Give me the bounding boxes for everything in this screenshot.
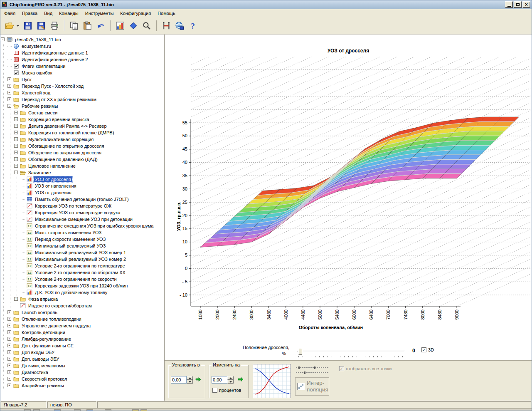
tree-item-50[interactable]: +Диагностика	[0, 369, 164, 376]
tree-toggle-expand[interactable]: +	[7, 97, 11, 101]
tree-item-14[interactable]: +Коррекция по топливной пленке (ДМРВ)	[0, 129, 164, 136]
tree-toggle-expand[interactable]: +	[7, 364, 11, 367]
checkbox-show-all-points[interactable]: ✓ отображать все точки	[339, 366, 392, 371]
slider-thumb[interactable]	[298, 348, 302, 355]
checkbox-3d[interactable]: ✓ 3D	[421, 347, 434, 352]
tree-item-43[interactable]: +Управление давлением наддува	[0, 322, 164, 329]
tree-item-5[interactable]: Маска ошибок	[0, 69, 164, 76]
compare-button[interactable]	[127, 20, 140, 32]
tree-toggle-expand[interactable]: +	[14, 157, 18, 161]
tree-item-31[interactable]: 12Минимальный реализуемый УОЗ	[0, 243, 164, 249]
slider-groove[interactable]	[298, 351, 405, 352]
tree-toggle-expand[interactable]: +	[14, 117, 18, 121]
restore-button[interactable]	[514, 1, 522, 8]
menu-item-tools[interactable]: Инструменты	[82, 10, 117, 17]
apply-change-button[interactable]	[236, 376, 245, 384]
tree-item-9[interactable]: +Переход от ХХ к рабочим режимам	[0, 96, 164, 103]
tree-item-34[interactable]: 12Условие 2-го ограничения по температур…	[0, 262, 164, 269]
tree-item-23[interactable]: УОЗ от давления	[0, 189, 164, 196]
chart-area[interactable]: УОЗ от дросселя УОЗ, гр.п.к.в. Обороты к…	[165, 35, 532, 344]
tree-item-13[interactable]: +Дельта давлений Рампа <-> Ресивер	[0, 123, 164, 129]
change-value-input[interactable]	[212, 376, 227, 384]
set-value-spinner[interactable]	[187, 376, 193, 384]
change-value-spinner[interactable]	[227, 376, 234, 384]
tree-item-35[interactable]: 12Условие 2-го ограничения по оборотам Х…	[0, 269, 164, 276]
apply-set-button[interactable]	[194, 376, 202, 384]
tree-item-46[interactable]: +Доп. функции лампы CE	[0, 342, 164, 349]
spin-down-icon[interactable]	[187, 380, 193, 384]
spin-up-icon[interactable]	[227, 376, 234, 380]
tree-item-25[interactable]: Коррекция УОЗ по температуре ОЖ	[0, 203, 164, 209]
tree-item-3[interactable]: Идентификационные данные 2	[0, 56, 164, 63]
menu-item-help[interactable]: Помощь	[154, 10, 179, 17]
tree-toggle-expand[interactable]: +	[14, 151, 18, 154]
tree-toggle-expand[interactable]: +	[7, 330, 11, 334]
tree-item-28[interactable]: 12Ограничение смещения УОЗ при ошибках у…	[0, 223, 164, 229]
undo-button[interactable]	[94, 20, 107, 32]
open-button[interactable]	[3, 20, 16, 32]
tree-item-39[interactable]: +Фаза впрыска	[0, 296, 164, 302]
tree-item-47[interactable]: +Доп входы ЭБУ	[0, 349, 164, 356]
open-dropdown-button[interactable]	[15, 20, 21, 32]
help-button[interactable]: ?	[187, 20, 199, 32]
tree-toggle-expand[interactable]: +	[14, 144, 18, 148]
tree-item-2[interactable]: Идентификационные данные 1	[0, 50, 164, 56]
tree-toggle-expand[interactable]: +	[7, 384, 11, 387]
menu-item-edit[interactable]: Правка	[19, 10, 41, 17]
tree-item-45[interactable]: +Лямбда-регулирование	[0, 336, 164, 342]
tree-toggle-expand[interactable]: +	[7, 344, 11, 347]
tree-item-20[interactable]: -Зажигание	[0, 169, 164, 176]
tree-item-1[interactable]: ecusystems.ru	[0, 43, 164, 50]
tree-toggle-expand[interactable]: +	[7, 377, 11, 381]
checkbox-show-all-box[interactable]: ✓	[339, 366, 344, 371]
tree-toggle-expand[interactable]: +	[7, 337, 11, 341]
find-button[interactable]	[140, 20, 153, 32]
save-button[interactable]	[22, 20, 34, 32]
tree-toggle-collapse[interactable]: -	[7, 104, 11, 108]
tree-item-40[interactable]: Индекс по скорости/оборотам	[0, 302, 164, 309]
tree-item-42[interactable]: +Отключение топливоподачи	[0, 316, 164, 322]
adjust-button[interactable]	[160, 20, 172, 32]
checkbox-3d-box[interactable]: ✓	[421, 347, 426, 352]
tree-item-36[interactable]: 12Условие 2-го ограничения по скорости	[0, 276, 164, 282]
tree-item-10[interactable]: -Рабочие режимы	[0, 103, 164, 109]
tree-item-19[interactable]: +Цикловое наполнение	[0, 163, 164, 169]
spin-down-icon[interactable]	[227, 380, 234, 384]
tree-item-6[interactable]: +Пуск	[0, 76, 164, 83]
checkbox-percent-box[interactable]	[212, 388, 217, 393]
tree-item-41[interactable]: +Launch-контроль	[0, 309, 164, 316]
tree-toggle-expand[interactable]: +	[14, 131, 18, 134]
tree-item-0[interactable]: -j7esa075_1536_11.bin	[0, 36, 164, 43]
tree-item-27[interactable]: Максимальное смещение УОЗ при детонации	[0, 216, 164, 223]
tree-toggle-expand[interactable]: +	[14, 111, 18, 114]
checkbox-percent[interactable]: процентов	[212, 388, 241, 393]
tree-item-24[interactable]: Память обучения детонации (только J7OLT)	[0, 196, 164, 203]
tree-toggle-collapse[interactable]: -	[1, 37, 5, 41]
view-map-button[interactable]	[114, 20, 126, 32]
tree-item-52[interactable]: +Аварийные режимы	[0, 382, 164, 389]
tree-item-38[interactable]: Д.К. УОЗ по добавочному топливу	[0, 289, 164, 296]
tree-toggle-expand[interactable]: +	[7, 370, 11, 374]
tree-item-7[interactable]: +Переход Пуск - Холостой ход	[0, 83, 164, 89]
tree-item-33[interactable]: 12Максимальный реализуемый УОЗ номер 2	[0, 256, 164, 262]
tree-toggle-expand[interactable]: +	[7, 77, 11, 81]
tree-item-29[interactable]: 12Макс. скорость изменения УОЗ	[0, 229, 164, 236]
set-value-input[interactable]	[171, 376, 187, 384]
menu-item-view[interactable]: Вид	[41, 10, 56, 17]
tree-item-17[interactable]: +Обеднение по закрытию дросселя	[0, 149, 164, 156]
tree-item-12[interactable]: +Коррекция времени впрыска	[0, 116, 164, 123]
tree-toggle-collapse[interactable]: -	[14, 171, 18, 174]
tree-item-22[interactable]: УОЗ от наполнения	[0, 183, 164, 189]
menu-item-file[interactable]: Файл	[1, 10, 19, 17]
tree-item-44[interactable]: +Контроль детонации	[0, 329, 164, 336]
print-button[interactable]	[48, 20, 61, 32]
online-button[interactable]	[173, 20, 186, 32]
tree-item-32[interactable]: 12Максимальный реализуемый УОЗ номер 1	[0, 249, 164, 256]
tree-item-15[interactable]: +Мультипликативная коррекция	[0, 136, 164, 143]
tree-item-8[interactable]: +Холостой ход	[0, 89, 164, 96]
tree-toggle-expand[interactable]: +	[7, 317, 11, 321]
copy-button[interactable]	[68, 20, 80, 32]
close-button[interactable]: ×	[522, 1, 530, 8]
surface-chart[interactable]: 5550454035302520151050- 5- 1010802000248…	[165, 35, 532, 345]
tree-item-4[interactable]: Флаги комплектации	[0, 63, 164, 69]
